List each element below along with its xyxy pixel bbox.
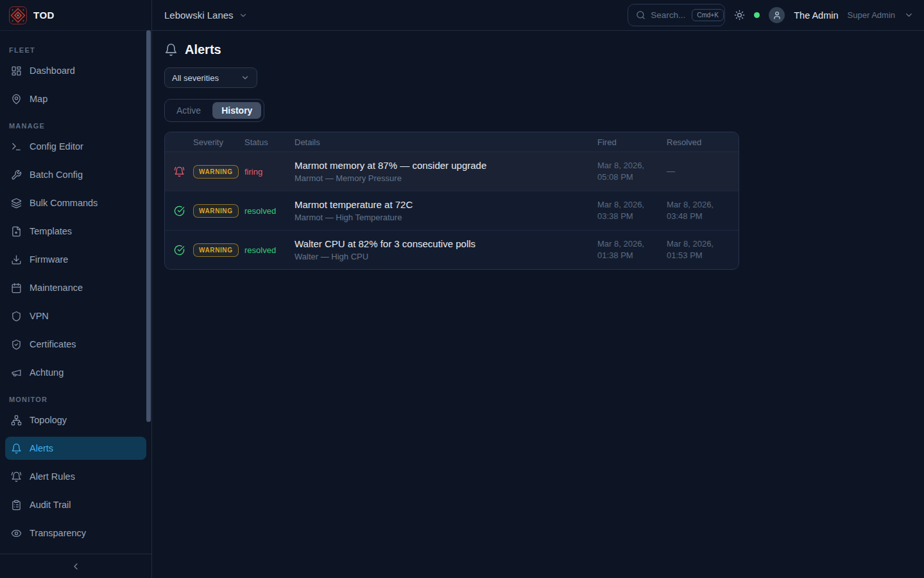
search-icon	[636, 10, 646, 20]
main-area: Lebowski Lanes Cmd+K	[152, 0, 924, 578]
section-label-monitor: MONITOR	[9, 396, 146, 403]
org-name: Lebowski Lanes	[164, 10, 234, 21]
user-name: The Admin	[794, 10, 838, 21]
user-icon	[773, 11, 782, 20]
alert-title: Walter CPU at 82% for 3 consecutive poll…	[295, 238, 597, 249]
shield-check-icon	[10, 338, 22, 350]
status-text: firing	[244, 167, 295, 177]
sidebar: TOD FLEET Dashboard Map MANAGE Config Ed…	[0, 0, 152, 578]
bell-ring-icon	[10, 471, 22, 482]
search-shortcut-badge: Cmd+K	[692, 9, 724, 21]
status-text: resolved	[244, 206, 295, 216]
column-details: Details	[295, 137, 597, 147]
severity-badge: WARNING	[193, 165, 239, 179]
check-circle-icon	[165, 245, 193, 256]
bell-icon	[10, 442, 22, 454]
topbar: Lebowski Lanes Cmd+K	[152, 0, 924, 31]
resolved-timestamp: Mar 8, 2026, 03:48 PM	[667, 199, 739, 222]
sidebar-item-label: Certificates	[30, 339, 76, 349]
chevron-left-icon	[71, 561, 81, 572]
sidebar-item-label: Achtung	[30, 367, 64, 378]
fired-timestamp: Mar 8, 2026, 05:08 PM	[597, 160, 667, 182]
alerts-table-header: Severity Status Details Fired Resolved	[165, 132, 739, 152]
calendar-icon	[10, 282, 22, 293]
sidebar-item-transparency[interactable]: Transparency	[5, 521, 146, 545]
user-role-badge: Super Admin	[848, 10, 895, 20]
alert-title: Marmot memory at 87% — consider upgrade	[295, 160, 597, 171]
page-title: Alerts	[185, 42, 221, 57]
eye-icon	[10, 527, 22, 539]
sidebar-scrollbar[interactable]	[146, 30, 151, 422]
sidebar-item-alert-rules[interactable]: Alert Rules	[5, 465, 146, 488]
tab-history[interactable]: History	[212, 102, 261, 119]
alert-title: Marmot temperature at 72C	[295, 199, 597, 210]
check-circle-icon	[165, 206, 193, 216]
alert-source: Marmot — Memory Pressure	[295, 173, 597, 183]
connection-status-dot	[754, 12, 760, 18]
table-row[interactable]: WARNING resolved Marmot temperature at 7…	[165, 191, 739, 231]
brand-name: TOD	[33, 10, 55, 21]
alerts-table: Severity Status Details Fired Resolved W…	[164, 132, 739, 270]
theme-toggle-button[interactable]	[734, 10, 745, 21]
sidebar-item-audit-trail[interactable]: Audit Trail	[5, 493, 146, 516]
fired-timestamp: Mar 8, 2026, 03:38 PM	[597, 199, 667, 222]
map-pin-icon	[10, 93, 22, 105]
sidebar-item-label: Alerts	[30, 443, 53, 453]
table-row[interactable]: WARNING firing Marmot memory at 87% — co…	[165, 152, 739, 191]
sidebar-item-label: VPN	[30, 311, 49, 321]
alerts-table-body: WARNING firing Marmot memory at 87% — co…	[165, 152, 739, 269]
sidebar-item-batch-config[interactable]: Batch Config	[5, 163, 146, 186]
sidebar-item-dashboard[interactable]: Dashboard	[5, 59, 146, 82]
sidebar-item-config-editor[interactable]: Config Editor	[5, 135, 146, 158]
org-switcher[interactable]: Lebowski Lanes	[164, 10, 248, 21]
severity-badge: WARNING	[193, 243, 239, 257]
tab-active[interactable]: Active	[167, 102, 210, 119]
resolved-timestamp: Mar 8, 2026, 01:53 PM	[667, 238, 739, 261]
sidebar-item-firmware[interactable]: Firmware	[5, 248, 146, 271]
search-input[interactable]: Cmd+K	[628, 4, 725, 26]
sidebar-collapse-button[interactable]	[0, 554, 151, 578]
sidebar-item-label: Map	[30, 94, 47, 104]
chevron-down-icon	[241, 73, 250, 82]
user-menu-button[interactable]	[904, 10, 914, 20]
sidebar-item-label: Bulk Commands	[30, 198, 98, 208]
sidebar-item-label: Alert Rules	[30, 471, 75, 482]
alert-source: Marmot — High Temperature	[295, 213, 597, 222]
sidebar-item-map[interactable]: Map	[5, 87, 146, 110]
sidebar-item-alerts[interactable]: Alerts	[5, 437, 146, 460]
search-field[interactable]	[651, 10, 687, 20]
dashboard-icon	[10, 65, 22, 76]
sidebar-item-label: Transparency	[30, 528, 86, 538]
tod-diamond-logo	[9, 6, 27, 24]
sidebar-item-label: Firmware	[30, 254, 68, 265]
alert-source: Walter — High CPU	[295, 252, 597, 261]
sidebar-item-label: Config Editor	[30, 141, 83, 152]
megaphone-icon	[10, 367, 22, 378]
table-row[interactable]: WARNING resolved Walter CPU at 82% for 3…	[165, 231, 739, 269]
file-icon	[10, 225, 22, 237]
column-severity: Severity	[193, 137, 244, 147]
section-label-fleet: FLEET	[9, 46, 146, 54]
severity-badge: WARNING	[193, 204, 239, 218]
sidebar-item-label: Maintenance	[30, 283, 83, 293]
sidebar-nav: FLEET Dashboard Map MANAGE Config Editor	[0, 31, 151, 554]
sidebar-item-certificates[interactable]: Certificates	[5, 333, 146, 356]
sidebar-item-bulk-commands[interactable]: Bulk Commands	[5, 191, 146, 215]
sidebar-item-maintenance[interactable]: Maintenance	[5, 276, 146, 299]
sidebar-item-achtung[interactable]: Achtung	[5, 361, 146, 384]
sidebar-item-templates[interactable]: Templates	[5, 220, 146, 243]
chevron-down-icon	[239, 11, 248, 20]
sidebar-header: TOD	[0, 0, 151, 31]
sun-icon	[734, 10, 745, 21]
sidebar-item-topology[interactable]: Topology	[5, 408, 146, 432]
alerts-view-tabs: Active History	[164, 99, 264, 122]
avatar[interactable]	[769, 7, 785, 23]
topology-icon	[10, 414, 22, 426]
chevron-down-icon	[904, 10, 914, 20]
sidebar-item-label: Topology	[30, 415, 67, 425]
severity-filter-select[interactable]: All severities	[164, 67, 257, 88]
alerts-page: Alerts All severities Active History Sev…	[152, 31, 924, 270]
status-text: resolved	[244, 245, 295, 255]
clipboard-icon	[10, 499, 22, 511]
sidebar-item-vpn[interactable]: VPN	[5, 304, 146, 328]
